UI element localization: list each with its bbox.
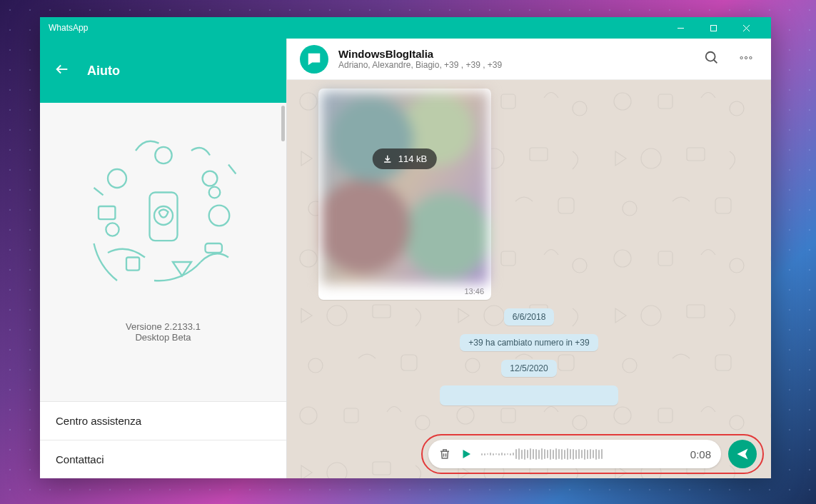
- scrollbar-thumb[interactable]: [281, 106, 285, 141]
- voice-recorder-highlight: 0:08: [421, 434, 764, 474]
- version-number: Versione 2.2133.1: [126, 321, 201, 332]
- svg-point-20: [745, 56, 747, 59]
- svg-point-19: [740, 56, 742, 59]
- voice-recorder: 0:08: [428, 440, 721, 468]
- svg-rect-14: [205, 243, 221, 253]
- chat-title: WindowsBlogItalia: [338, 48, 502, 60]
- message-time: 13:46: [321, 284, 488, 297]
- sidebar-header: Aiuto: [40, 39, 286, 103]
- help-sidebar: Aiuto: [40, 39, 287, 478]
- chat-panel: WindowsBlogItalia Adriano, Alexandre, Bi…: [287, 39, 771, 478]
- help-doodle-icon: [71, 123, 256, 308]
- svg-point-13: [155, 147, 171, 163]
- help-center-button[interactable]: Centro assistenza: [40, 401, 286, 440]
- group-avatar[interactable]: [300, 45, 328, 74]
- svg-line-18: [714, 59, 717, 63]
- trash-icon[interactable]: [438, 447, 451, 461]
- contact-us-button[interactable]: Contattaci: [40, 440, 286, 478]
- search-icon[interactable]: [700, 46, 724, 73]
- svg-rect-12: [126, 258, 139, 271]
- sidebar-main: Versione 2.2133.1 Desktop Beta Centro as…: [40, 103, 286, 478]
- play-icon[interactable]: [460, 448, 473, 460]
- app-title: WhatsApp: [49, 23, 664, 33]
- send-button[interactable]: [728, 440, 757, 468]
- svg-rect-10: [99, 206, 115, 219]
- svg-point-11: [208, 206, 229, 226]
- version-info: Versione 2.2133.1 Desktop Beta: [126, 321, 201, 343]
- chat-messages[interactable]: 114 kB 13:46 6/6/2018 +39 ha cambiato nu…: [287, 80, 771, 478]
- close-button[interactable]: [730, 17, 762, 39]
- minimize-button[interactable]: [664, 17, 697, 39]
- version-beta: Desktop Beta: [126, 332, 201, 343]
- app-window: WhatsApp Aiuto: [40, 17, 771, 478]
- image-message[interactable]: 114 kB 13:46: [318, 89, 491, 300]
- download-size: 114 kB: [398, 153, 427, 164]
- recorder-time: 0:08: [690, 448, 711, 460]
- sidebar-title: Aiuto: [87, 64, 120, 79]
- waveform[interactable]: [481, 445, 682, 463]
- titlebar: WhatsApp: [40, 17, 771, 39]
- maximize-button[interactable]: [697, 17, 730, 39]
- svg-point-17: [706, 51, 715, 61]
- svg-point-16: [208, 187, 220, 198]
- date-separator: 12/5/2020: [501, 360, 556, 377]
- svg-point-9: [202, 171, 217, 186]
- svg-point-15: [106, 223, 119, 236]
- back-button[interactable]: [54, 61, 70, 80]
- svg-point-8: [108, 169, 126, 188]
- menu-icon[interactable]: [734, 46, 758, 73]
- chat-header[interactable]: WindowsBlogItalia Adriano, Alexandre, Bi…: [287, 39, 771, 80]
- system-message: +39 ha cambiato numero in +39: [460, 334, 598, 351]
- date-separator: 6/6/2018: [504, 308, 555, 326]
- download-badge[interactable]: 114 kB: [373, 148, 437, 169]
- system-message: [440, 385, 618, 405]
- svg-point-21: [750, 56, 752, 59]
- chat-subtitle: Adriano, Alexandre, Biagio, +39 , +39 , …: [338, 60, 502, 70]
- blurred-image-preview: [321, 91, 488, 284]
- svg-rect-1: [710, 25, 716, 31]
